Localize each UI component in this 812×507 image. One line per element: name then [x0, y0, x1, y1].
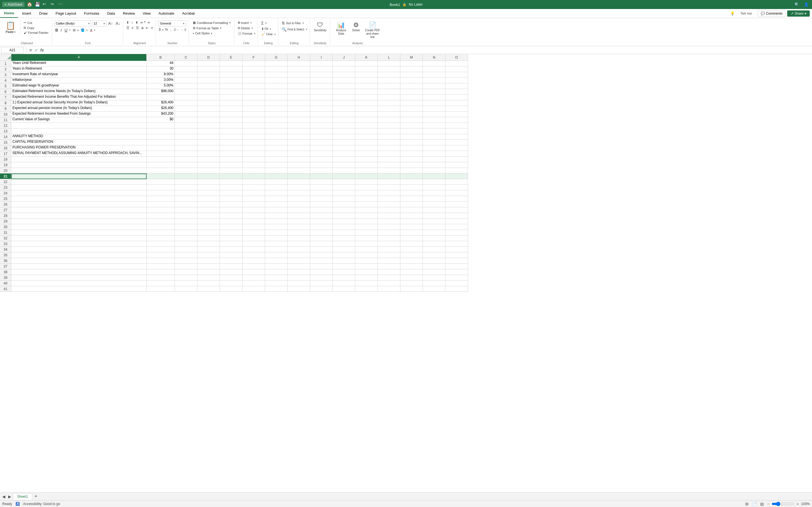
- cell-a8[interactable]: 1.) Expected annual Social Security Inco…: [11, 100, 147, 106]
- cell-24-13[interactable]: [400, 190, 423, 196]
- cell-26-6[interactable]: [243, 202, 265, 207]
- cell-11-3[interactable]: [175, 117, 197, 123]
- cell-7-6[interactable]: [243, 95, 265, 100]
- cell-37-5[interactable]: [220, 264, 243, 269]
- cell-37-3[interactable]: [175, 264, 197, 269]
- cell-15-10[interactable]: [333, 140, 355, 145]
- cell-29-15[interactable]: [446, 219, 468, 224]
- row-header-6[interactable]: 6: [0, 89, 11, 95]
- cell-40-5[interactable]: [220, 281, 243, 286]
- cell-6-14[interactable]: [423, 89, 446, 95]
- col-header-c[interactable]: C: [175, 54, 197, 61]
- cell-37-12[interactable]: [378, 264, 400, 269]
- cell-30-3[interactable]: [175, 224, 197, 230]
- cell-b23[interactable]: [147, 185, 175, 190]
- cell-15-12[interactable]: [378, 140, 400, 145]
- cell-2-5[interactable]: [220, 66, 243, 72]
- cell-13-7[interactable]: [265, 128, 288, 134]
- cell-1-9[interactable]: [310, 61, 333, 66]
- cell-31-9[interactable]: [310, 230, 333, 235]
- tab-data[interactable]: Data: [103, 9, 119, 18]
- cell-7-13[interactable]: [400, 95, 423, 100]
- cell-28-12[interactable]: [378, 213, 400, 219]
- col-header-a[interactable]: A: [11, 54, 147, 61]
- cell-12-4[interactable]: [197, 123, 220, 128]
- cell-30-12[interactable]: [378, 224, 400, 230]
- cell-29-13[interactable]: [400, 219, 423, 224]
- cell-13-3[interactable]: [175, 128, 197, 134]
- row-header-41[interactable]: 41: [0, 286, 11, 292]
- cell-25-15[interactable]: [446, 196, 468, 202]
- cell-33-3[interactable]: [175, 241, 197, 247]
- more-icon[interactable]: ⋯: [58, 2, 64, 7]
- cell-29-5[interactable]: [220, 219, 243, 224]
- cell-39-4[interactable]: [197, 275, 220, 281]
- cell-6-13[interactable]: [400, 89, 423, 95]
- cell-37-6[interactable]: [243, 264, 265, 269]
- cell-a28[interactable]: [11, 213, 147, 219]
- cell-a29[interactable]: [11, 219, 147, 224]
- cell-18-6[interactable]: [243, 157, 265, 162]
- cell-9-11[interactable]: [355, 106, 378, 112]
- cell-19-5[interactable]: [220, 162, 243, 168]
- add-sheet-button[interactable]: +: [33, 494, 39, 499]
- cell-9-10[interactable]: [333, 106, 355, 112]
- cell-4-7[interactable]: [265, 78, 288, 83]
- cell-39-7[interactable]: [265, 275, 288, 281]
- cell-16-6[interactable]: [243, 145, 265, 151]
- cell-12-5[interactable]: [220, 123, 243, 128]
- cell-34-3[interactable]: [175, 247, 197, 252]
- cell-5-14[interactable]: [423, 83, 446, 89]
- cell-32-8[interactable]: [288, 235, 310, 241]
- zoom-in-button[interactable]: +: [795, 501, 800, 507]
- cell-b16[interactable]: [147, 145, 175, 151]
- cell-23-15[interactable]: [446, 185, 468, 190]
- undo-icon[interactable]: ↩: [43, 2, 48, 7]
- cell-6-8[interactable]: [288, 89, 310, 95]
- cell-b40[interactable]: [147, 281, 175, 286]
- cell-11-10[interactable]: [333, 117, 355, 123]
- fill-color-button[interactable]: 🪣: [80, 28, 86, 33]
- cell-41-10[interactable]: [333, 286, 355, 292]
- cell-39-15[interactable]: [446, 275, 468, 281]
- cell-23-5[interactable]: [220, 185, 243, 190]
- cell-16-8[interactable]: [288, 145, 310, 151]
- row-header-15[interactable]: 15: [0, 140, 11, 145]
- cell-3-5[interactable]: [220, 72, 243, 78]
- cell-16-4[interactable]: [197, 145, 220, 151]
- row-header-8[interactable]: 8: [0, 100, 11, 106]
- cell-21-6[interactable]: [243, 173, 265, 179]
- cell-14-6[interactable]: [243, 134, 265, 140]
- cell-b28[interactable]: [147, 213, 175, 219]
- cell-14-9[interactable]: [310, 134, 333, 140]
- cell-28-3[interactable]: [175, 213, 197, 219]
- cell-37-13[interactable]: [400, 264, 423, 269]
- cell-b20[interactable]: [147, 168, 175, 173]
- cell-4-12[interactable]: [378, 78, 400, 83]
- cell-24-10[interactable]: [333, 190, 355, 196]
- cell-a33[interactable]: [11, 241, 147, 247]
- cell-5-3[interactable]: [175, 83, 197, 89]
- col-header-i[interactable]: I: [310, 54, 333, 61]
- indent-increase-button[interactable]: ⇥: [146, 20, 151, 25]
- cell-b14[interactable]: [147, 134, 175, 140]
- cell-8-4[interactable]: [197, 100, 220, 106]
- cell-30-9[interactable]: [310, 224, 333, 230]
- cell-a37[interactable]: [11, 264, 147, 269]
- create-pdf-button[interactable]: 📄 Create PDF and share link: [362, 20, 383, 40]
- cell-18-9[interactable]: [310, 157, 333, 162]
- cell-20-8[interactable]: [288, 168, 310, 173]
- cell-6-4[interactable]: [197, 89, 220, 95]
- cell-39-6[interactable]: [243, 275, 265, 281]
- cell-25-9[interactable]: [310, 196, 333, 202]
- clear-dropdown[interactable]: ▾: [274, 33, 276, 36]
- function-button[interactable]: fx: [40, 47, 44, 53]
- increase-decimal-button[interactable]: ←.0: [180, 28, 187, 32]
- cell-25-8[interactable]: [288, 196, 310, 202]
- cell-31-15[interactable]: [446, 230, 468, 235]
- cell-33-5[interactable]: [220, 241, 243, 247]
- cell-12-11[interactable]: [355, 123, 378, 128]
- cell-16-5[interactable]: [220, 145, 243, 151]
- cell-a1[interactable]: Years Until Retirement: [11, 61, 147, 66]
- row-header-9[interactable]: 9: [0, 106, 11, 112]
